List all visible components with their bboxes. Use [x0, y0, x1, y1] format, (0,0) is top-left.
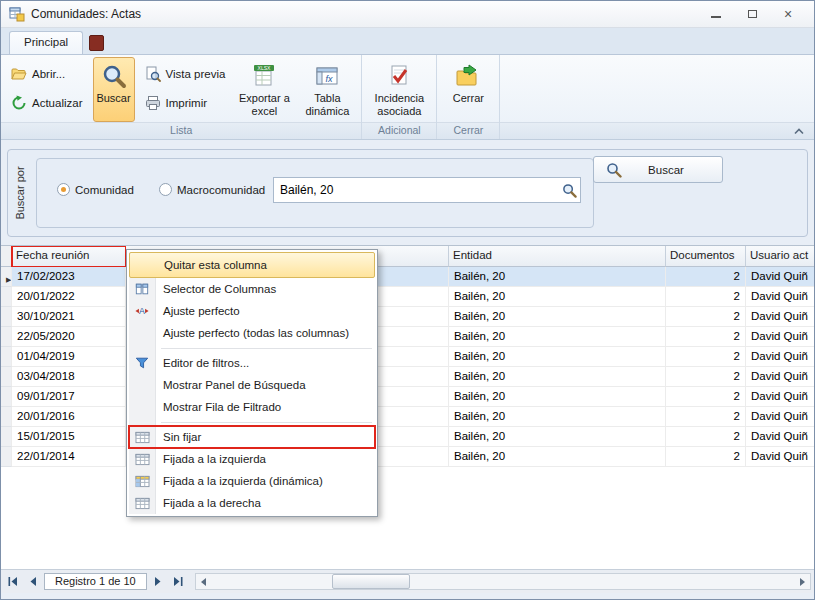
- scrollbar-track[interactable]: [212, 574, 794, 589]
- cell-entidad[interactable]: Bailén, 20: [449, 447, 666, 467]
- buscar-panel-label: Buscar: [622, 164, 710, 176]
- cell-fecha[interactable]: 30/10/2021: [12, 307, 126, 327]
- cell-entidad[interactable]: Bailén, 20: [449, 267, 666, 287]
- cell-fecha[interactable]: 01/04/2019: [12, 347, 126, 367]
- table-row[interactable]: ▶17/02/2023Bailén, 202David Quiñ: [1, 267, 814, 287]
- radio-macrocomunidad[interactable]: Macrocomunidad: [159, 183, 265, 196]
- column-header-fecha[interactable]: Fecha reunión: [12, 246, 126, 267]
- menu-item[interactable]: AAjuste perfecto: [129, 300, 375, 322]
- grid-colored-icon: [129, 475, 155, 488]
- minimize-button[interactable]: [706, 7, 726, 21]
- cell-fecha[interactable]: 20/01/2016: [12, 407, 126, 427]
- cell-documentos[interactable]: 2: [666, 387, 746, 407]
- best-fit-icon: A: [129, 304, 155, 318]
- incidencia-asociada-button[interactable]: Incidencia asociada: [367, 57, 431, 122]
- cerrar-button[interactable]: Cerrar: [442, 57, 494, 122]
- cell-entidad[interactable]: Bailén, 20: [449, 307, 666, 327]
- scroll-left-icon[interactable]: [196, 574, 212, 589]
- menu-item[interactable]: Editor de filtros...: [129, 352, 375, 374]
- cell-documentos[interactable]: 2: [666, 267, 746, 287]
- search-input[interactable]: [274, 183, 558, 197]
- table-row[interactable]: 15/01/2015Bailén, 202David Quiñ: [1, 427, 814, 447]
- table-row[interactable]: 20/01/2022Bailén, 202David Quiñ: [1, 287, 814, 307]
- cell-documentos[interactable]: 2: [666, 367, 746, 387]
- column-header-usuario[interactable]: Usuario act: [746, 246, 814, 267]
- cell-documentos[interactable]: 2: [666, 287, 746, 307]
- cell-documentos[interactable]: 2: [666, 407, 746, 427]
- menu-item[interactable]: Fijada a la izquierda (dinámica): [129, 470, 375, 492]
- next-record-button[interactable]: [149, 573, 167, 590]
- cell-entidad[interactable]: Bailén, 20: [449, 387, 666, 407]
- cell-entidad[interactable]: Bailén, 20: [449, 407, 666, 427]
- menu-item[interactable]: Ajuste perfecto (todas las columnas): [129, 322, 375, 344]
- buscar-button[interactable]: Buscar: [93, 57, 135, 122]
- cell-usuario[interactable]: David Quiñ: [746, 307, 814, 327]
- cell-usuario[interactable]: David Quiñ: [746, 447, 814, 467]
- column-header-documentos[interactable]: Documentos: [666, 246, 746, 267]
- menu-item-label: Sin fijar: [155, 431, 201, 443]
- cell-documentos[interactable]: 2: [666, 447, 746, 467]
- cell-fecha[interactable]: 22/01/2014: [12, 447, 126, 467]
- cell-entidad[interactable]: Bailén, 20: [449, 427, 666, 447]
- group-label-adicional: Adicional: [362, 123, 436, 139]
- scroll-right-icon[interactable]: [794, 574, 810, 589]
- cell-entidad[interactable]: Bailén, 20: [449, 327, 666, 347]
- cell-fecha[interactable]: 17/02/2023: [12, 267, 126, 287]
- tab-principal[interactable]: Principal: [9, 31, 83, 54]
- cell-documentos[interactable]: 2: [666, 347, 746, 367]
- last-record-button[interactable]: [169, 573, 187, 590]
- table-row[interactable]: 09/01/2017Bailén, 202David Quiñ: [1, 387, 814, 407]
- menu-item[interactable]: Mostrar Panel de Búsqueda: [129, 374, 375, 396]
- vista-previa-button[interactable]: Vista previa: [140, 64, 231, 84]
- cell-usuario[interactable]: David Quiñ: [746, 407, 814, 427]
- table-row[interactable]: 20/01/2016Bailén, 202David Quiñ: [1, 407, 814, 427]
- cell-entidad[interactable]: Bailén, 20: [449, 287, 666, 307]
- table-row[interactable]: 22/01/2014Bailén, 202David Quiñ: [1, 447, 814, 467]
- grid-rows: ▶17/02/2023Bailén, 202David Quiñ20/01/20…: [1, 267, 814, 467]
- cell-usuario[interactable]: David Quiñ: [746, 387, 814, 407]
- search-lookup-icon[interactable]: [558, 178, 580, 202]
- cell-usuario[interactable]: David Quiñ: [746, 267, 814, 287]
- menu-item[interactable]: Sin fijar: [129, 426, 375, 448]
- cell-usuario[interactable]: David Quiñ: [746, 347, 814, 367]
- cell-fecha[interactable]: 09/01/2017: [12, 387, 126, 407]
- radio-comunidad[interactable]: Comunidad: [57, 183, 134, 196]
- restore-button[interactable]: [742, 7, 762, 21]
- cell-usuario[interactable]: David Quiñ: [746, 327, 814, 347]
- tabla-dinamica-button[interactable]: fx Tabla dinámica: [298, 57, 356, 122]
- cell-entidad[interactable]: Bailén, 20: [449, 347, 666, 367]
- table-row[interactable]: 01/04/2019Bailén, 202David Quiñ: [1, 347, 814, 367]
- scrollbar-thumb[interactable]: [332, 574, 410, 589]
- menu-item[interactable]: Fijada a la derecha: [129, 492, 375, 514]
- cell-usuario[interactable]: David Quiñ: [746, 427, 814, 447]
- cell-documentos[interactable]: 2: [666, 327, 746, 347]
- buscar-panel-button[interactable]: Buscar: [593, 156, 723, 183]
- imprimir-button[interactable]: Imprimir: [140, 93, 231, 113]
- cell-usuario[interactable]: David Quiñ: [746, 287, 814, 307]
- cell-fecha[interactable]: 03/04/2018: [12, 367, 126, 387]
- menu-item[interactable]: Quitar esta columna: [129, 252, 375, 278]
- abrir-button[interactable]: Abrir...: [6, 64, 88, 84]
- cell-fecha[interactable]: 15/01/2015: [12, 427, 126, 447]
- table-row[interactable]: 03/04/2018Bailén, 202David Quiñ: [1, 367, 814, 387]
- cell-usuario[interactable]: David Quiñ: [746, 367, 814, 387]
- cell-entidad[interactable]: Bailén, 20: [449, 367, 666, 387]
- cell-fecha[interactable]: 20/01/2022: [12, 287, 126, 307]
- menu-item[interactable]: Mostrar Fila de Filtrado: [129, 396, 375, 418]
- cell-documentos[interactable]: 2: [666, 427, 746, 447]
- horizontal-scrollbar[interactable]: [195, 573, 811, 590]
- menu-item[interactable]: Fijada a la izquierda: [129, 448, 375, 470]
- row-indicator: [1, 427, 12, 447]
- cell-documentos[interactable]: 2: [666, 307, 746, 327]
- menu-item[interactable]: Selector de Columnas: [129, 278, 375, 300]
- exportar-excel-button[interactable]: XLSX Exportar a excel: [235, 57, 293, 122]
- ribbon-collapse-chevron[interactable]: [792, 125, 806, 137]
- previous-record-button[interactable]: [24, 573, 42, 590]
- column-header-entidad[interactable]: Entidad: [449, 246, 666, 267]
- first-record-button[interactable]: [4, 573, 22, 590]
- table-row[interactable]: 30/10/2021Bailén, 202David Quiñ: [1, 307, 814, 327]
- table-row[interactable]: 22/05/2020Bailén, 202David Quiñ: [1, 327, 814, 347]
- cell-fecha[interactable]: 22/05/2020: [12, 327, 126, 347]
- actualizar-button[interactable]: Actualizar: [6, 93, 88, 113]
- close-button[interactable]: ×: [778, 7, 798, 21]
